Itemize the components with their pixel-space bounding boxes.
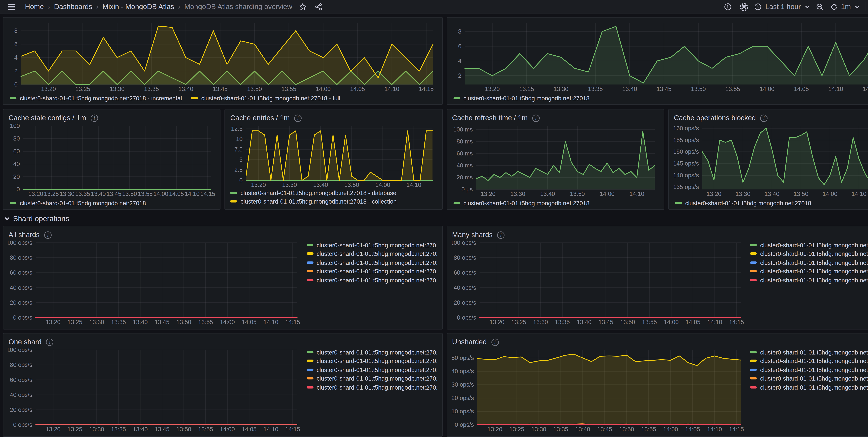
- breadcrumb-folder[interactable]: Mixin - MongoDB Atlas: [102, 3, 174, 11]
- legend-item[interactable]: cluster0-shard-01-01.t5hdg.mongodb.net:2…: [453, 199, 590, 206]
- legend-series-swatch: [750, 386, 757, 388]
- panel-info-icon[interactable]: i: [491, 338, 499, 346]
- svg-text:13:30: 13:30: [553, 86, 568, 92]
- svg-text:13:55: 13:55: [641, 426, 656, 433]
- svg-text:0 ops/s: 0 ops/s: [455, 421, 473, 428]
- legend-item[interactable]: cluster0-shard-01-01.t5hdg.mongodb.net:2…: [306, 348, 437, 355]
- svg-text:40: 40: [13, 161, 20, 167]
- cache-refresh-time-chart[interactable]: 13:2013:3013:4013:5014:0014:10100 ms80 m…: [452, 123, 658, 198]
- legend-series-swatch: [306, 252, 313, 255]
- legend-item[interactable]: cluster0-shard-01-01.t5hdg.mongodb.net:2…: [306, 259, 437, 266]
- panel-info-icon[interactable]: i: [294, 114, 302, 122]
- legend-item[interactable]: cluster0-shard-01-01.t5hdg.mongodb.net:2…: [10, 94, 182, 101]
- panel-many-shards: Many shards i 13:2013:2513:3013:3513:401…: [446, 226, 868, 330]
- legend-item[interactable]: cluster0-shard-01-01.t5hdg.mongodb.net:2…: [191, 94, 340, 101]
- svg-text:13:25: 13:25: [509, 426, 524, 433]
- svg-text:14:05: 14:05: [242, 426, 256, 433]
- many-shards-chart[interactable]: 13:2013:2513:3013:3513:4013:4513:5013:55…: [452, 240, 744, 326]
- svg-text:13:25: 13:25: [75, 86, 90, 92]
- zoom-out-time-button[interactable]: [814, 1, 826, 12]
- legend-item[interactable]: cluster0-shard-01-01.t5hdg.mongodb.net:2…: [306, 250, 437, 257]
- svg-text:150 ops/s: 150 ops/s: [674, 148, 699, 155]
- legend-item[interactable]: cluster0-shard-01-01.t5hdg.mongodb.net:2…: [750, 267, 868, 275]
- panel-info-icon[interactable]: i: [497, 231, 504, 238]
- legend-series-swatch: [750, 252, 757, 255]
- one-shard-chart[interactable]: 13:2013:2513:3013:3513:4013:4513:5013:55…: [8, 347, 301, 433]
- legend-item[interactable]: cluster0-shard-01-01.t5hdg.mongodb.net:2…: [306, 366, 437, 373]
- star-dashboard-button[interactable]: [297, 1, 308, 12]
- panel-info-icon[interactable]: i: [44, 231, 51, 238]
- svg-text:13:40: 13:40: [91, 191, 106, 197]
- legend-item[interactable]: cluster0-shard-01-01.t5hdg.mongodb.net:2…: [750, 348, 868, 355]
- legend-series-label: cluster0-shard-01-01.t5hdg.mongodb.net:2…: [317, 384, 437, 390]
- cache-entries-chart[interactable]: 13:2013:3013:4013:5014:0014:1012.5107.55…: [230, 123, 437, 189]
- legend-item[interactable]: cluster0-shard-01-01.t5hdg.mongodb.net:2…: [750, 250, 868, 257]
- nav-divider: [866, 2, 866, 11]
- legend-item[interactable]: cluster0-shard-01-01.t5hdg.mongodb.net:2…: [10, 199, 146, 206]
- legend-item[interactable]: cluster0-shard-01-01.t5hdg.mongodb.net:2…: [750, 241, 868, 249]
- legend-series-swatch: [230, 200, 237, 203]
- svg-text:6: 6: [458, 43, 461, 50]
- panel-cache-entries: Cache entries / 1m i 13:2013:3013:4013:5…: [225, 109, 442, 210]
- svg-text:13:50: 13:50: [793, 191, 808, 197]
- refresh-picker[interactable]: 1m: [830, 3, 860, 11]
- panel-cache-stale-configs: Cache stale configs / 1m i 13:2013:2513:…: [3, 109, 221, 210]
- legend-item[interactable]: cluster0-shard-01-01.t5hdg.mongodb.net:2…: [306, 357, 437, 365]
- panel-info-icon[interactable]: i: [532, 114, 539, 122]
- legend-item[interactable]: cluster0-shard-01-01.t5hdg.mongodb.net:2…: [750, 383, 868, 390]
- breadcrumb-current-dashboard: MongoDB Atlas sharding overview: [184, 3, 292, 11]
- dashboard-insights-icon[interactable]: [722, 1, 734, 12]
- legend-series-label: cluster0-shard-01-01.t5hdg.mongodb.net:2…: [463, 94, 589, 101]
- svg-text:13:45: 13:45: [598, 319, 613, 325]
- svg-text:14:00: 14:00: [759, 86, 774, 92]
- breadcrumb-home[interactable]: Home: [25, 3, 44, 11]
- svg-text:13:25: 13:25: [67, 426, 83, 433]
- row-toggle-shard-operations[interactable]: Shard operations: [4, 213, 868, 224]
- backup-operations-chart[interactable]: 13:2013:2513:3013:3513:4013:4513:5013:55…: [8, 20, 437, 93]
- panel-row-shards-2: One shard i 13:2013:2513:3013:3513:4013:…: [3, 333, 868, 437]
- menu-toggle-button[interactable]: [6, 1, 17, 12]
- svg-text:4: 4: [458, 57, 461, 64]
- legend-item[interactable]: cluster0-shard-01-01.t5hdg.mongodb.net:2…: [750, 357, 868, 365]
- legend-item[interactable]: cluster0-shard-01-01.t5hdg.mongodb.net:2…: [306, 383, 437, 390]
- svg-text:40 ops/s: 40 ops/s: [452, 368, 473, 375]
- svg-text:2: 2: [14, 68, 18, 74]
- svg-text:13:50: 13:50: [176, 426, 191, 433]
- breadcrumb-separator: ›: [96, 3, 98, 11]
- panel-info-icon[interactable]: i: [91, 114, 98, 122]
- legend-series-label: cluster0-shard-01-01.t5hdg.mongodb.net:2…: [760, 366, 868, 373]
- svg-text:14:05: 14:05: [242, 319, 256, 325]
- cache-stale-configs-chart[interactable]: 13:2013:2513:3013:3513:4013:4513:5013:55…: [8, 123, 215, 198]
- share-dashboard-button[interactable]: [313, 1, 324, 12]
- panel-title: Cache stale configs / 1m: [8, 114, 86, 122]
- legend-item[interactable]: cluster0-shard-01-01.t5hdg.mongodb.net:2…: [675, 199, 811, 206]
- svg-text:13:30: 13:30: [533, 319, 548, 325]
- svg-text:13:35: 13:35: [111, 319, 126, 325]
- legend-item[interactable]: cluster0-shard-01-01.t5hdg.mongodb.net:2…: [750, 259, 868, 266]
- legend-item[interactable]: cluster0-shard-01-01.t5hdg.mongodb.net:2…: [306, 276, 437, 284]
- breadcrumb-dashboards[interactable]: Dashboards: [54, 3, 92, 11]
- time-range-picker[interactable]: Last 1 hour: [754, 3, 810, 11]
- legend-item[interactable]: cluster0-shard-01-01.t5hdg.mongodb.net:2…: [306, 375, 437, 382]
- unsharded-chart[interactable]: 13:2013:2513:3013:3513:4013:4513:5013:55…: [452, 347, 744, 433]
- cache-operations-blocked-chart[interactable]: 13:2013:3013:4013:5014:0014:10160 ops/s1…: [674, 123, 868, 198]
- all-shards-chart[interactable]: 13:2013:2513:3013:3513:4013:4513:5013:55…: [8, 240, 301, 326]
- host-metric-chart[interactable]: 13:2013:2513:3013:3513:4013:4513:5013:55…: [452, 20, 868, 93]
- legend-series-swatch: [750, 279, 757, 281]
- legend-item[interactable]: cluster0-shard-01-01.t5hdg.mongodb.net:2…: [230, 189, 437, 196]
- svg-text:13:30: 13:30: [89, 426, 104, 433]
- legend-item[interactable]: cluster0-shard-01-01.t5hdg.mongodb.net:2…: [750, 366, 868, 373]
- legend-item[interactable]: cluster0-shard-01-01.t5hdg.mongodb.net:2…: [230, 198, 437, 205]
- svg-text:13:30: 13:30: [531, 426, 546, 433]
- legend-item[interactable]: cluster0-shard-01-01.t5hdg.mongodb.net:2…: [306, 267, 437, 275]
- legend-series-swatch: [453, 97, 460, 99]
- legend-item[interactable]: cluster0-shard-01-01.t5hdg.mongodb.net:2…: [306, 241, 437, 249]
- dashboard-settings-button[interactable]: [738, 1, 749, 12]
- legend-item[interactable]: cluster0-shard-01-01.t5hdg.mongodb.net:2…: [750, 375, 868, 382]
- svg-text:6: 6: [14, 41, 18, 48]
- legend-item[interactable]: cluster0-shard-01-01.t5hdg.mongodb.net:2…: [750, 276, 868, 284]
- panel-info-icon[interactable]: i: [46, 338, 54, 346]
- svg-text:14:00: 14:00: [663, 426, 678, 433]
- legend-item[interactable]: cluster0-shard-01-01.t5hdg.mongodb.net:2…: [453, 94, 590, 101]
- panel-info-icon[interactable]: i: [761, 114, 768, 122]
